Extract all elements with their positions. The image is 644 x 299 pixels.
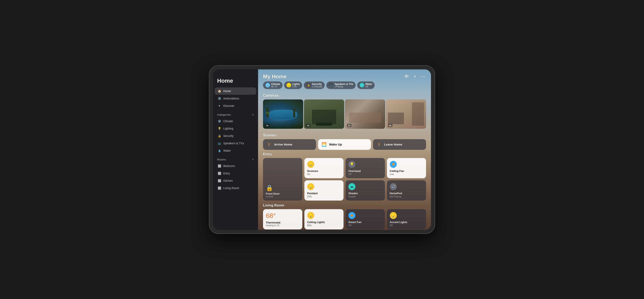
pendant-status: 25% xyxy=(307,195,341,198)
smart-fan-card[interactable]: ✴️ Smart Fan Off xyxy=(346,209,385,229)
sidebar-item-automations[interactable]: ⚙️ Automations xyxy=(215,95,256,102)
living-room-arrow[interactable]: › xyxy=(285,204,286,207)
rooms-chevron: ∨ xyxy=(252,158,254,161)
camera-timer-2: 3s xyxy=(306,124,310,127)
sidebar-discover-label: Discover xyxy=(223,104,234,107)
camera-tile-living[interactable]: 1s xyxy=(345,99,385,129)
sidebar-water-label: Water xyxy=(223,149,231,152)
pendant-card[interactable]: 💡 Pendant 25% xyxy=(304,180,344,201)
svg-rect-1 xyxy=(405,75,406,77)
entry-room-section: Entry › 🔒 Front Door Locked xyxy=(258,152,431,203)
sconces-status: On xyxy=(307,173,341,175)
scenes-title: Scenes xyxy=(263,133,276,138)
sidebar-item-home[interactable]: 🏠 Home xyxy=(215,87,256,95)
sidebar-item-speakers-tvs[interactable]: 📺 Speakers & TVs xyxy=(215,140,256,147)
overhead-icon: 💡 xyxy=(348,161,356,168)
ceiling-lights-icon: 💡 xyxy=(307,212,314,219)
sidebar-item-bedroom[interactable]: ⬜ Bedroom xyxy=(215,162,256,170)
sidebar-item-entry[interactable]: ⬜ Entry xyxy=(215,170,256,177)
overhead-card[interactable]: 💡 Overhead Off xyxy=(346,158,385,178)
sidebar-app-title: Home xyxy=(213,78,258,87)
ceiling-fan-status: Low xyxy=(390,173,424,175)
front-door-card[interactable]: 🔒 Front Door Locked xyxy=(263,158,302,201)
accent-lights-name: Accent Lights xyxy=(390,221,424,224)
lighting-icon: 💡 xyxy=(218,127,221,130)
homepod-name: HomePod xyxy=(390,192,424,195)
sidebar-kitchen-label: Kitchen xyxy=(223,179,233,182)
svg-rect-2 xyxy=(406,74,406,78)
sidebar-speakers-label: Speakers & TVs xyxy=(223,142,244,145)
sidebar-living-room-label: Living Room xyxy=(223,186,239,190)
camera-timer-1: 2s xyxy=(265,124,270,127)
chip-speakers[interactable]: 📺 Speakers & TVs 1 Playing xyxy=(326,81,356,89)
lock-icon: 🔒 xyxy=(266,185,273,191)
sidebar-item-climate[interactable]: ❄️ Climate xyxy=(215,117,256,125)
sidebar-climate-label: Climate xyxy=(223,119,233,123)
living-room-icon: ⬜ xyxy=(218,186,221,190)
main-content: My Home + ⋯ xyxy=(258,69,431,230)
sconces-card[interactable]: 💡 Sconces On xyxy=(304,158,344,178)
svg-rect-4 xyxy=(408,75,408,77)
thermostat-status: Heating to 70 xyxy=(266,224,300,227)
header-actions: + ⋯ xyxy=(404,73,426,80)
sidebar-item-living-room[interactable]: ⬜ Living Room xyxy=(215,184,256,192)
bedroom-icon: ⬜ xyxy=(218,164,221,168)
scene-leave-home[interactable]: 🚶 Leave Home xyxy=(373,139,426,150)
entry-room-arrow[interactable]: › xyxy=(273,153,274,156)
camera-tile-bedroom[interactable]: 4s xyxy=(386,99,426,129)
living-room-devices-grid: 68° Thermostat Heating to 70 💡 Ceiling L… xyxy=(263,209,426,229)
pendant-icon: 💡 xyxy=(307,183,314,190)
overhead-name: Overhead xyxy=(348,169,382,173)
sidebar-item-discover[interactable]: ✦ Discover xyxy=(215,102,256,109)
homepod-card[interactable]: 🔊 HomePod Not Playing xyxy=(387,180,426,201)
sidebar-item-kitchen[interactable]: ⬜ Kitchen xyxy=(215,177,256,184)
cameras-title: Cameras xyxy=(263,93,278,98)
chip-security-sub: 1 Unlocked xyxy=(312,85,322,88)
chip-water-label: Water xyxy=(366,83,372,85)
chip-lights[interactable]: 💡 Lights 3 On xyxy=(284,81,302,89)
thermostat-card[interactable]: 68° Thermostat Heating to 70 xyxy=(263,209,302,229)
camera-timer-3: 1s xyxy=(347,124,352,127)
camera-tile-gym[interactable]: 3s xyxy=(304,99,344,129)
chip-security-icon: 🔒 xyxy=(306,83,311,87)
entry-room-header: Entry › xyxy=(263,152,426,156)
chip-water-icon: 💧 xyxy=(360,83,364,87)
wake-up-icon: 🌅 xyxy=(322,142,327,147)
scene-arrive-home[interactable]: 🚶 Arrive Home xyxy=(263,139,316,150)
svg-rect-0 xyxy=(404,75,405,77)
scenes-chevron[interactable]: › xyxy=(277,134,278,137)
entry-room-title: Entry xyxy=(263,152,272,156)
ceiling-fan-card[interactable]: ✴️ Ceiling Fan Low xyxy=(387,158,426,178)
add-button[interactable]: + xyxy=(413,73,417,80)
rooms-label: Rooms xyxy=(217,158,226,161)
chip-security[interactable]: 🔒 Security 1 Unlocked xyxy=(304,81,325,89)
chip-climate-icon: 🌡️ xyxy=(266,83,270,87)
category-chips: 🌡️ Climate 68–72° 💡 Lights 3 On 🔒 xyxy=(258,81,431,91)
sconces-name: Sconces xyxy=(307,169,341,173)
shades-icon: ▬ xyxy=(348,183,356,190)
cameras-chevron[interactable]: › xyxy=(280,94,280,97)
leave-home-label: Leave Home xyxy=(384,143,402,146)
automations-icon: ⚙️ xyxy=(218,97,221,100)
sidebar-item-security[interactable]: 🔒 Security xyxy=(215,132,256,140)
accent-lights-card[interactable]: 💡 Accent Lights Off xyxy=(387,209,426,229)
chip-water[interactable]: 💧 Water Off xyxy=(357,81,375,89)
pendant-name: Pendant xyxy=(307,192,341,195)
waveform-button[interactable] xyxy=(404,73,410,80)
sidebar-item-lighting[interactable]: 💡 Lighting xyxy=(215,125,256,132)
water-icon: 💧 xyxy=(218,149,221,152)
device-screen: Home 🏠 Home ⚙️ Automations ✦ Discover Ca… xyxy=(213,69,431,230)
device-frame: Home 🏠 Home ⚙️ Automations ✦ Discover Ca… xyxy=(209,66,435,234)
ceiling-lights-card[interactable]: 💡 Ceiling Lights 90% xyxy=(304,209,344,229)
more-button[interactable]: ⋯ xyxy=(420,73,426,80)
shades-card[interactable]: ▬ Shades Closed xyxy=(346,180,385,201)
camera-tile-pool[interactable]: 2s xyxy=(263,99,303,129)
svg-rect-3 xyxy=(407,75,408,77)
chip-climate-label: Climate xyxy=(271,83,280,85)
smart-fan-name: Smart Fan xyxy=(348,221,382,224)
sidebar-item-water[interactable]: 💧 Water xyxy=(215,147,256,154)
svg-rect-5 xyxy=(409,76,409,76)
scene-wake-up[interactable]: 🌅 Wake Up xyxy=(318,139,371,150)
sidebar: Home 🏠 Home ⚙️ Automations ✦ Discover Ca… xyxy=(213,69,258,230)
chip-climate[interactable]: 🌡️ Climate 68–72° xyxy=(263,81,282,89)
